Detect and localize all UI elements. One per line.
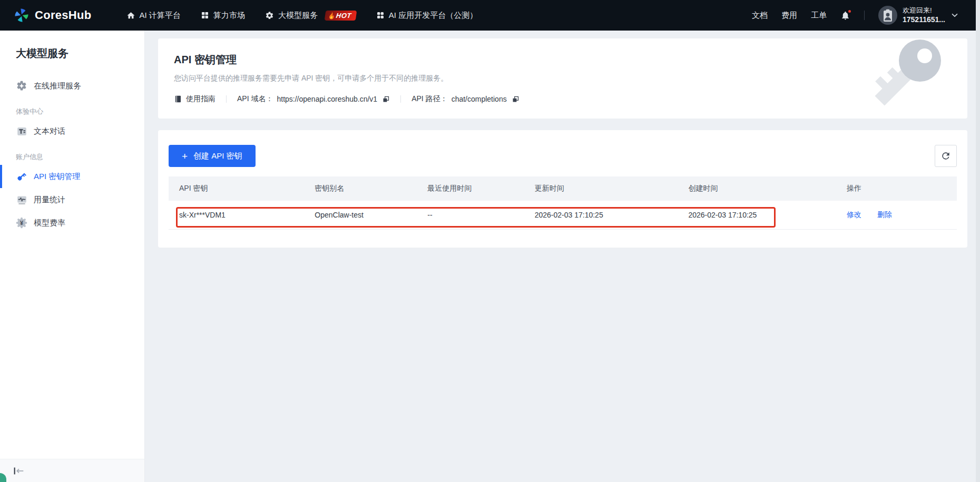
create-api-key-button[interactable]: + 创建 API 密钥	[169, 145, 256, 167]
page-header-card: API 密钥管理 您访问平台提供的推理服务需要先申请 API 密钥，可申请多个用…	[158, 38, 967, 119]
sidebar-item-usage-stats[interactable]: 用量统计	[0, 188, 144, 211]
refresh-button[interactable]	[935, 145, 957, 167]
nav-item-compute-market[interactable]: 算力市场	[201, 11, 245, 21]
svg-text:¥: ¥	[20, 220, 24, 226]
sidebar-item-label: 文本对话	[34, 126, 65, 136]
nav-link-docs[interactable]: 文档	[752, 11, 768, 21]
col-alias: 密钥别名	[304, 176, 417, 201]
delete-key-link[interactable]: 删除	[877, 210, 892, 219]
account-menu[interactable]: 欢迎回来! 175211651...	[878, 6, 959, 25]
copy-path-button[interactable]	[512, 95, 520, 103]
guide-doc-icon	[174, 95, 182, 103]
copy-domain-button[interactable]	[382, 95, 390, 103]
nav-item-label: AI 计算平台	[140, 11, 181, 21]
api-path: API 路径： chat/completions	[411, 94, 520, 104]
account-id: 175211651...	[903, 15, 945, 25]
sidebar-title: 大模型服务	[16, 46, 144, 61]
avatar	[878, 6, 897, 25]
sidebar-footer	[0, 459, 144, 482]
table-toolbar: + 创建 API 密钥	[169, 145, 957, 167]
api-domain-label: API 域名：	[237, 94, 273, 104]
divider	[226, 95, 227, 103]
api-path-label: API 路径：	[411, 94, 447, 104]
api-domain: API 域名： https://openapi.coreshub.cn/v1	[237, 94, 390, 104]
api-info-row: 使用指南 API 域名： https://openapi.coreshub.cn…	[174, 94, 952, 104]
sidebar: 大模型服务 在线推理服务 体验中心 文本对话 账户信息	[0, 31, 145, 482]
nav-link-tickets[interactable]: 工单	[811, 11, 827, 21]
create-api-key-label: 创建 API 密钥	[193, 151, 242, 161]
refresh-icon	[940, 151, 951, 161]
col-actions: 操作	[836, 176, 957, 201]
cell-actions: 修改 删除	[836, 201, 957, 230]
api-keys-card: + 创建 API 密钥 API 密钥 密钥别名 最近使用	[158, 130, 967, 248]
cell-updated: 2026-02-03 17:10:25	[524, 201, 678, 230]
cell-alias: OpenClaw-test	[304, 201, 417, 230]
home-icon	[126, 11, 135, 20]
text-chat-icon	[16, 125, 27, 137]
col-created: 创建时间	[678, 176, 836, 201]
page-title: API 密钥管理	[174, 53, 952, 67]
collapse-sidebar-button[interactable]	[13, 466, 25, 476]
api-path-value: chat/completions	[452, 95, 507, 103]
cell-created: 2026-02-03 17:10:25	[678, 201, 836, 230]
cell-api-key: sk-Xr***VDM1	[169, 201, 304, 230]
nav-item-label: 大模型服务	[278, 11, 318, 21]
sidebar-item-label: 用量统计	[34, 195, 65, 205]
nav-item-ai-app-platform[interactable]: AI 应用开发平台（公测）	[376, 11, 477, 21]
nav-item-ai-compute[interactable]: AI 计算平台	[126, 11, 181, 21]
main-content: API 密钥管理 您访问平台提供的推理服务需要先申请 API 密钥，可申请多个用…	[145, 31, 980, 482]
collapse-sidebar-icon	[13, 466, 25, 476]
nav-item-label: AI 应用开发平台（公测）	[389, 11, 477, 21]
sidebar-section-experience: 体验中心	[16, 107, 144, 116]
welcome-block: 欢迎回来! 175211651...	[903, 6, 945, 25]
flame-icon	[327, 12, 335, 19]
cell-last-used: --	[417, 201, 524, 230]
page-scrollbar[interactable]	[976, 0, 980, 482]
col-last-used: 最近使用时间	[417, 176, 524, 201]
notification-dot	[847, 9, 852, 14]
table-row: sk-Xr***VDM1 OpenClaw-test -- 2026-02-03…	[169, 201, 957, 230]
usage-guide-link[interactable]: 使用指南	[174, 94, 215, 104]
sidebar-item-label: 在线推理服务	[34, 81, 81, 91]
brand[interactable]: CoresHub	[14, 7, 92, 23]
table-header-row: API 密钥 密钥别名 最近使用时间 更新时间 创建时间 操作	[169, 176, 957, 201]
plus-icon: +	[182, 151, 188, 161]
usage-guide-label: 使用指南	[186, 94, 215, 104]
page-description: 您访问平台提供的推理服务需要先申请 API 密钥，可申请多个用于不同的推理服务。	[174, 74, 952, 83]
inference-icon	[16, 80, 27, 92]
copy-icon	[512, 95, 520, 103]
sidebar-item-api-keys[interactable]: API 密钥管理	[0, 165, 144, 188]
nav-item-llm-service[interactable]: 大模型服务 HOT	[265, 11, 356, 21]
edit-key-link[interactable]: 修改	[847, 210, 861, 219]
col-updated: 更新时间	[524, 176, 678, 201]
sidebar-item-label: 模型费率	[34, 218, 65, 228]
nav-link-billing[interactable]: 费用	[781, 11, 797, 21]
rate-icon: ¥	[16, 217, 27, 229]
grid-icon	[201, 11, 209, 19]
usage-icon	[16, 194, 27, 205]
coreshub-logo-icon	[14, 7, 30, 23]
sidebar-item-label: API 密钥管理	[34, 172, 80, 182]
floating-widget-corner	[0, 473, 6, 482]
nav-divider	[864, 11, 865, 20]
api-keys-table: API 密钥 密钥别名 最近使用时间 更新时间 创建时间 操作 sk-Xr***…	[169, 176, 957, 230]
chevron-down-icon	[950, 11, 959, 19]
sidebar-section-account: 账户信息	[16, 152, 144, 162]
notifications-button[interactable]	[840, 11, 850, 21]
sidebar-item-online-inference[interactable]: 在线推理服务	[0, 74, 144, 97]
navbar-right: 文档 费用 工单 欢迎回来! 175211651...	[752, 6, 966, 25]
brand-name: CoresHub	[35, 8, 92, 22]
sidebar-item-model-rates[interactable]: ¥ 模型费率	[0, 211, 144, 234]
primary-nav: AI 计算平台 算力市场 大模型服务 HOT	[126, 11, 478, 21]
sidebar-item-text-chat[interactable]: 文本对话	[0, 120, 144, 143]
copy-icon	[382, 95, 390, 103]
welcome-text: 欢迎回来!	[903, 6, 945, 15]
hot-badge-label: HOT	[336, 12, 352, 19]
nav-item-label: 算力市场	[213, 11, 245, 21]
api-domain-value: https://openapi.coreshub.cn/v1	[277, 95, 377, 103]
divider	[400, 95, 401, 103]
col-api-key: API 密钥	[169, 176, 304, 201]
apps-icon	[376, 11, 385, 19]
key-icon	[16, 171, 27, 182]
top-navbar: CoresHub AI 计算平台 算力市场 大模型服务	[0, 0, 980, 31]
